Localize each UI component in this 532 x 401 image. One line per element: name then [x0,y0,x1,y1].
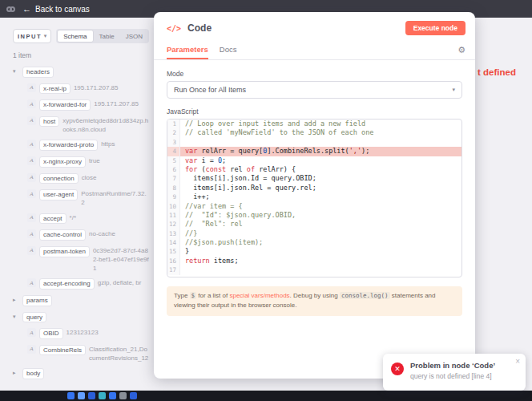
code-line: 17 [167,265,461,274]
close-icon[interactable]: × [515,357,520,366]
tree-item-accept-encoding[interactable]: Aaccept-encodinggzip, deflate, br [27,278,149,290]
back-to-canvas-button[interactable]: ← Back to canvas [22,5,90,14]
editor-hint: Type $ for a list of special vars/method… [167,286,462,316]
tree-item-postman-token[interactable]: Apostman-token0c39e2d7-87cf-4a82-bef1-e0… [27,246,149,273]
code-line: 7 items[i].json.Id = query.OBID; [167,174,461,183]
code-line: 3 [167,138,461,147]
line-number: 5 [167,156,180,165]
tree-item-x-forwarded-proto[interactable]: Ax-forwarded-protohttps [27,140,149,151]
mode-label: Mode [167,70,462,78]
input-source-select[interactable]: INPUT ▾ [13,29,51,43]
n8n-logo-fragment [6,6,15,12]
chevron-down-icon[interactable]: ▾ [13,312,19,322]
code-line: 1// Loop over input items and add a new … [167,119,461,128]
code-line: 6for (const rel of relArr) { [167,165,461,174]
code-line: 13//} [167,229,461,238]
taskbar-app-icon-2[interactable] [88,392,95,399]
execute-node-button[interactable]: Execute node [405,21,466,35]
code-node-dialog: </> Code Execute node Parameters Docs ⚙ … [154,12,475,379]
line-content: items[i].json.Id = query.OBID; [180,174,461,183]
chevron-down-icon[interactable]: ▾ [13,67,19,76]
tree-item-CombineRels[interactable]: ACombineRelsClassification_21,DocumentRe… [27,345,149,363]
input-panel: INPUT ▾ Schema Table JSON 1 item ▾header… [0,18,154,391]
tab-json[interactable]: JSON [120,30,148,43]
tree-value: https [101,140,149,149]
string-type-icon: A [27,173,36,182]
tree-value: 123123123 [66,328,149,338]
line-content [180,265,461,274]
code-editor[interactable]: 1// Loop over input items and add a new … [167,119,462,277]
gear-icon[interactable]: ⚙ [457,45,466,55]
tree-value: true [89,156,149,166]
taskbar-app-icon-1[interactable] [78,392,85,399]
line-content: var i = 0; [180,156,461,165]
canvas-error-text-fragment: t defined [478,67,516,77]
taskbar-app-icon-4[interactable] [109,392,116,399]
schema-tree: ▾headersAx-real-ip195.171.207.85Ax-forwa… [13,67,149,379]
tree-group-body[interactable]: ▸body [13,368,149,379]
tree-item-cache-control[interactable]: Acache-controlno-cache [27,229,149,241]
hint-text: for a list of [196,292,229,299]
line-content: } [180,247,461,256]
chevron-right-icon[interactable]: ▸ [13,368,19,378]
line-content: for (const rel of relArr) { [180,165,461,174]
line-number: 13 [167,229,180,238]
tree-value: */* [70,213,149,223]
tab-table[interactable]: Table [94,30,120,43]
tree-group-headers[interactable]: ▾headers [13,67,149,78]
tree-item-x-forwarded-for[interactable]: Ax-forwarded-for195.171.207.85 [27,99,149,111]
tree-key: OBID [39,328,63,339]
tree-item-user-agent[interactable]: Auser-agentPostmanRuntime/7.32.2 [27,189,149,208]
taskbar-app-icon-3[interactable] [99,392,106,399]
string-type-icon: A [27,99,36,108]
chevron-right-icon[interactable]: ▸ [13,295,19,305]
string-type-icon: A [27,328,36,337]
line-content: //var item = { [180,202,461,211]
tree-item-host[interactable]: Ahostxypv6emietqded8dr1d834zp.hooks.n8n.… [27,116,149,135]
logo-ring-icon [10,6,15,12]
tree-key: host [39,116,59,128]
tree-item-accept[interactable]: Aaccept*/* [27,213,149,225]
tab-schema[interactable]: Schema [57,30,93,43]
taskbar-icons [67,392,137,399]
console-log-code: console.log() [340,292,390,299]
tab-parameters[interactable]: Parameters [167,41,208,59]
tree-key: cache-control [39,229,86,241]
code-line: 5var i = 0; [167,156,461,165]
taskbar-app-icon-5[interactable] [119,392,127,399]
line-number: 16 [167,257,180,265]
taskbar-app-icon-0[interactable] [67,392,75,399]
tree-item-OBID[interactable]: AOBID123123123 [27,328,149,339]
code-line: 10//var item = { [167,202,461,211]
mode-select-value: Run Once for All Items [174,86,246,94]
tree-key: connection [39,173,79,184]
tab-docs[interactable]: Docs [220,41,237,59]
tree-group-query[interactable]: ▾query [13,312,149,323]
code-line: 12// "Rel": rel [167,220,461,229]
string-type-icon: A [27,156,36,165]
toast-title: Problem in node ‘Code’ [410,361,495,370]
taskbar-app-icon-6[interactable] [130,392,137,399]
line-content: items[i].json.Rel = query.rel; [180,184,461,192]
line-content: i++; [180,192,461,201]
line-number: 6 [167,165,180,174]
tree-group-params[interactable]: ▸params [13,295,149,306]
line-number: 2 [167,128,180,137]
code-line-error: 4var relArr = query[0].CombineRels.split… [167,147,461,156]
tree-item-connection[interactable]: Aconnectionclose [27,173,149,184]
special-vars-link[interactable]: special vars/methods [229,292,289,299]
tree-key: postman-token [39,246,90,257]
tree-item-x-real-ip[interactable]: Ax-real-ip195.171.207.85 [27,83,149,95]
string-type-icon: A [27,83,36,92]
tree-value: 0c39e2d7-87cf-4a82-bef1-e047ef19e9f1 [93,246,149,273]
error-icon: ✕ [391,363,404,375]
line-content: // "Id": $json.query.OBID, [180,211,461,220]
tree-item-x-nginx-proxy[interactable]: Ax-nginx-proxytrue [27,156,149,168]
mode-select[interactable]: Run Once for All Items ▾ [167,81,462,99]
line-number: 7 [167,174,180,183]
dialog-tabs: Parameters Docs ⚙ [154,41,475,60]
line-number: 8 [167,184,180,192]
code-line: 15} [167,247,461,256]
line-content: var relArr = query[0].CombineRels.split(… [180,147,461,156]
input-label: INPUT [18,33,42,40]
